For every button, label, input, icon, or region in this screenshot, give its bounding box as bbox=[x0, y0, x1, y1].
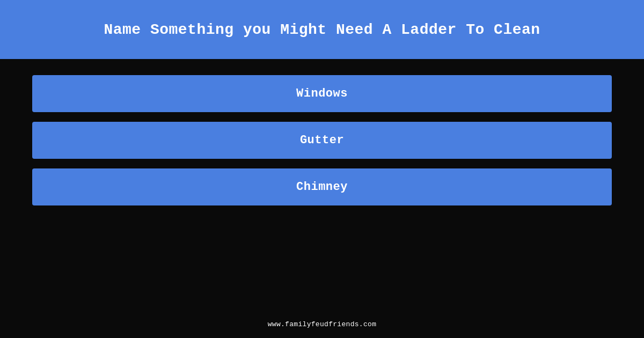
footer-section: www.familyfeudfriends.com bbox=[0, 315, 644, 338]
answers-section: Windows Gutter Chimney bbox=[0, 59, 644, 315]
answer-button-2[interactable]: Gutter bbox=[32, 122, 612, 159]
question-title: Name Something you Might Need A Ladder T… bbox=[104, 21, 540, 38]
footer-url: www.familyfeudfriends.com bbox=[268, 320, 377, 328]
answer-button-3[interactable]: Chimney bbox=[32, 168, 612, 205]
answer-button-1[interactable]: Windows bbox=[32, 75, 612, 112]
header-section: Name Something you Might Need A Ladder T… bbox=[0, 0, 644, 59]
